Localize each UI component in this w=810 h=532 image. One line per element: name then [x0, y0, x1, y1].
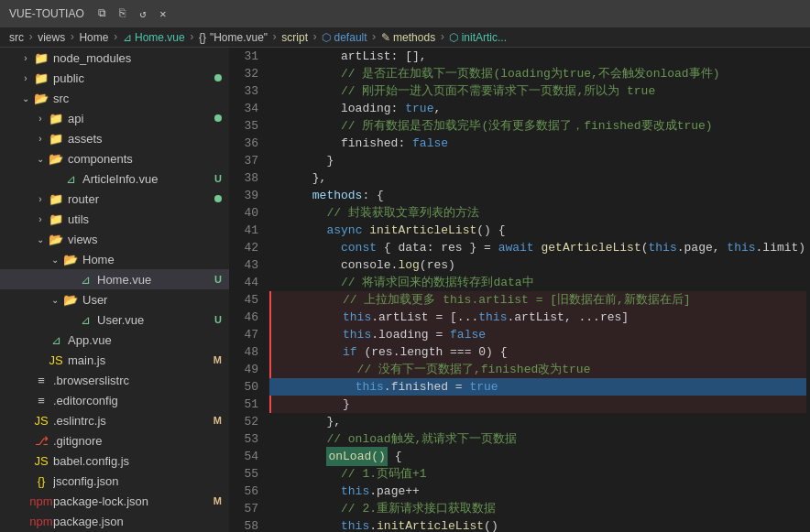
code-line[interactable]: this.artList = [...this.artList, ...res] — [269, 309, 806, 326]
sidebar-item-eslintrc[interactable]: › JS .eslintrc.js M — [0, 410, 229, 430]
sidebar-item-public[interactable]: › 📁 public — [0, 68, 229, 88]
sidebar-item-gitignore[interactable]: › ⎇ .gitignore — [0, 430, 229, 451]
code-line[interactable]: // 2.重新请求接口获取数据 — [269, 500, 806, 517]
sidebar-item-views[interactable]: ⌄ 📂 views — [0, 229, 229, 249]
sidebar-item-api[interactable]: › 📁 api — [0, 108, 229, 128]
code-line[interactable]: // 封装获取文章列表的方法 — [269, 204, 806, 222]
code-line[interactable]: } — [269, 152, 806, 169]
code-line[interactable]: this.finished = true — [269, 378, 806, 396]
breadcrumb-script[interactable]: script — [281, 31, 308, 44]
code-line[interactable]: // 是否正在加载下一页数据(loading为true,不会触发onload事件… — [269, 65, 806, 82]
sidebar-item-uservue[interactable]: › ⊿ User.vue U — [0, 309, 229, 330]
code-line[interactable]: methods: { — [269, 187, 806, 204]
code-line[interactable]: this.loading = false — [269, 326, 806, 343]
line-number: 32 — [229, 65, 266, 82]
sidebar-item-utils[interactable]: › 📁 utils — [0, 209, 229, 229]
sidebar-item-node-modules[interactable]: › 📁 node_modules — [0, 48, 229, 68]
line-numbers: 3132333435363738394041424344454647484950… — [229, 48, 266, 532]
code-line[interactable]: // onload触发,就请求下一页数据 — [269, 430, 806, 448]
sidebar-item-components[interactable]: ⌄ 📂 components — [0, 148, 229, 168]
breadcrumb-file[interactable]: ⊿ Home.vue — [123, 31, 185, 44]
sidebar-item-src[interactable]: ⌄ 📂 src — [0, 88, 229, 108]
code-line[interactable]: async initArticleList() { — [269, 222, 806, 239]
code-line[interactable]: onLoad() { — [269, 448, 806, 465]
sidebar-item-editorconfig[interactable]: › ≡ .editorconfig — [0, 390, 229, 410]
sidebar-item-mainjs[interactable]: › JS main.js M — [0, 350, 229, 370]
line-number: 49 — [229, 361, 266, 378]
token: .finished = — [384, 378, 470, 396]
breadcrumb-default[interactable]: ⬡ default — [322, 31, 367, 44]
code-line[interactable]: const { data: res } = await getArticleLi… — [269, 239, 806, 256]
code-line[interactable]: loading: true, — [269, 100, 806, 117]
sidebar-item-homevue[interactable]: › ⊿ Home.vue U — [0, 269, 229, 289]
sidebar-label: .eslintrc.js — [53, 414, 213, 428]
sidebar-item-browserslistrc[interactable]: › ≡ .browserslistrc — [0, 370, 229, 390]
code-line[interactable]: }, — [269, 169, 806, 187]
code-line[interactable]: // 将请求回来的数据转存到data中 — [269, 274, 806, 291]
token: .page++ — [369, 483, 420, 500]
refresh-icon[interactable]: ↺ — [136, 6, 150, 21]
arrow-icon: › — [18, 71, 33, 85]
sidebar-item-packagelock[interactable]: › npm package-lock.json M — [0, 491, 229, 511]
code-line[interactable]: } — [269, 396, 806, 413]
copy-icon[interactable]: ⧉ — [95, 6, 110, 21]
npm-file-icon: npm — [33, 493, 49, 509]
sidebar-item-babelconfig[interactable]: › JS babel.config.js — [0, 451, 229, 471]
sidebar-item-articleinfo[interactable]: › ⊿ ArticleInfo.vue U — [0, 168, 229, 189]
sidebar-item-user-folder[interactable]: ⌄ 📂 User — [0, 289, 229, 309]
sidebar-item-router[interactable]: › 📁 router — [0, 189, 229, 209]
code-line[interactable]: // 上拉加载更多 this.artlist = [旧数据在前,新数据在后] — [269, 291, 806, 309]
code-line[interactable]: finished: false — [269, 135, 806, 152]
sidebar-label: babel.config.js — [53, 454, 225, 468]
token: this — [478, 309, 507, 326]
sidebar-item-jsconfig[interactable]: › {} jsconfig.json — [0, 471, 229, 491]
copy2-icon[interactable]: ⎘ — [115, 6, 130, 21]
token — [269, 378, 356, 396]
token: this — [343, 309, 371, 326]
code-line[interactable]: // 1.页码值+1 — [269, 465, 806, 483]
sidebar-item-home-folder[interactable]: ⌄ 📂 Home — [0, 249, 229, 269]
token: false — [450, 326, 486, 343]
token — [269, 517, 341, 532]
sidebar-label: .gitignore — [53, 434, 225, 448]
sidebar-item-appvue[interactable]: › ⊿ App.vue — [0, 330, 229, 350]
line-number: 38 — [229, 169, 266, 187]
code-line[interactable]: artList: [], — [269, 48, 806, 65]
line-number: 44 — [229, 274, 266, 291]
breadcrumb-src[interactable]: src — [9, 31, 24, 44]
sidebar-label: views — [68, 233, 225, 246]
token — [534, 239, 542, 256]
code-line[interactable]: }, — [269, 413, 806, 430]
token: () — [484, 517, 498, 532]
code-line[interactable]: // 所有数据是否加载完毕(没有更多数据了，finished要改成true) — [269, 117, 806, 135]
badge-u: U — [214, 173, 225, 184]
token: }, — [269, 413, 341, 430]
code-line[interactable]: this.initArticleList() — [269, 517, 806, 532]
line-number: 47 — [229, 326, 266, 343]
breadcrumb-methods[interactable]: ✎ methods — [381, 31, 435, 44]
token: . — [369, 517, 377, 532]
breadcrumb-home[interactable]: Home — [79, 31, 108, 44]
arrow-icon: › — [18, 50, 33, 65]
code-line[interactable]: // 刚开始一进入页面不需要请求下一页数据,所以为 true — [269, 82, 806, 100]
token: console. — [269, 256, 398, 274]
line-number: 33 — [229, 82, 266, 100]
sidebar-item-assets[interactable]: › 📁 assets — [0, 128, 229, 148]
sidebar-item-package[interactable]: › npm package.json — [0, 511, 229, 531]
code-line[interactable]: console.log(res) — [269, 256, 806, 274]
close-icon[interactable]: ✕ — [156, 6, 170, 21]
badge-u: U — [214, 314, 225, 325]
line-number: 57 — [229, 500, 266, 517]
breadcrumb-views[interactable]: views — [38, 31, 65, 44]
sidebar-label: package-lock.json — [53, 494, 213, 508]
code-line[interactable]: this.page++ — [269, 483, 806, 500]
code-content[interactable]: artList: [], // 是否正在加载下一页数据(loading为true… — [266, 48, 810, 532]
badge-m: M — [213, 354, 225, 365]
breadcrumb-initartic[interactable]: ⬡ initArtic... — [449, 31, 507, 44]
line-number: 54 — [229, 448, 266, 465]
code-line[interactable]: // 没有下一页数据了,finished改为true — [269, 361, 806, 378]
code-line[interactable]: if (res.length === 0) { — [269, 343, 806, 361]
sidebar: › 📁 node_modules › 📁 public ⌄ 📂 src › 📁 … — [0, 48, 229, 532]
sidebar-label: .browserslistrc — [53, 374, 225, 387]
breadcrumb-obj[interactable]: {} — [199, 31, 206, 44]
